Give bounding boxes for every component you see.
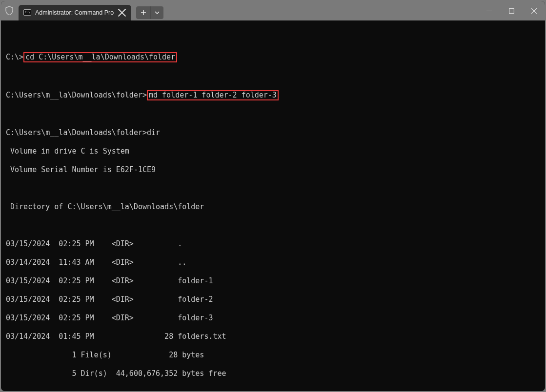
prompt: C:\Users\m__la\Downloads\folder> [6, 91, 147, 99]
window-controls [478, 1, 545, 20]
tab-title: Administrator: Command Pro [35, 9, 114, 16]
terminal-line: Volume in drive C is System [6, 147, 540, 156]
minimize-button[interactable] [478, 1, 500, 20]
svg-text:C:\: C:\ [25, 10, 30, 14]
terminal-line: C:\Users\m__la\Downloads\folder>dir [6, 128, 540, 137]
command-text: dir [147, 128, 160, 137]
new-tab-button[interactable] [136, 6, 151, 19]
tab-dropdown-button[interactable] [151, 6, 163, 19]
tab-close-button[interactable] [118, 8, 126, 17]
terminal-line: 03/14/2024 11:43 AM <DIR> .. [6, 258, 540, 267]
highlighted-command: md folder-1 folder-2 folder-3 [147, 90, 279, 100]
terminal-line: 5 Dir(s) 44,600,676,352 bytes free [6, 369, 540, 378]
terminal-line [6, 221, 540, 230]
terminal-line: C:\>cd C:\Users\m__la\Downloads\folder [6, 52, 540, 62]
maximize-button[interactable] [500, 1, 523, 20]
terminal-line [6, 72, 540, 81]
terminal-line: 03/15/2024 02:25 PM <DIR> folder-2 [6, 295, 540, 304]
terminal-line: Directory of C:\Users\m__la\Downloads\fo… [6, 202, 540, 212]
window: C:\ Administrator: Command Pro [1, 1, 545, 391]
cmd-icon: C:\ [23, 9, 31, 17]
newtab-group [136, 5, 163, 20]
highlighted-command: cd C:\Users\m__la\Downloads\folder [23, 52, 177, 62]
close-button[interactable] [523, 1, 545, 20]
terminal-line: 03/15/2024 02:25 PM <DIR> . [6, 239, 540, 249]
terminal-line: C:\Users\m__la\Downloads\folder>md folde… [6, 90, 540, 100]
terminal-line: 1 File(s) 28 bytes [6, 351, 540, 360]
terminal-line: Volume Serial Number is E62F-1CE9 [6, 165, 540, 175]
terminal-line: 03/14/2024 01:45 PM 28 folders.txt [6, 332, 540, 341]
prompt: C:\> [6, 53, 23, 61]
terminal-line: 03/15/2024 02:25 PM <DIR> folder-3 [6, 314, 540, 323]
svg-rect-2 [509, 8, 514, 13]
titlebar-drag-area[interactable] [163, 1, 478, 20]
terminal-line [6, 34, 540, 43]
terminal-output[interactable]: C:\>cd C:\Users\m__la\Downloads\folder C… [1, 20, 545, 391]
terminal-line [6, 388, 540, 391]
terminal-line [6, 110, 540, 119]
titlebar: C:\ Administrator: Command Pro [1, 1, 545, 20]
admin-shield-icon [1, 1, 18, 20]
prompt: C:\Users\m__la\Downloads\folder> [6, 128, 147, 137]
terminal-line [6, 184, 540, 193]
tab-active[interactable]: C:\ Administrator: Command Pro [19, 5, 131, 20]
terminal-line: 03/15/2024 02:25 PM <DIR> folder-1 [6, 276, 540, 286]
